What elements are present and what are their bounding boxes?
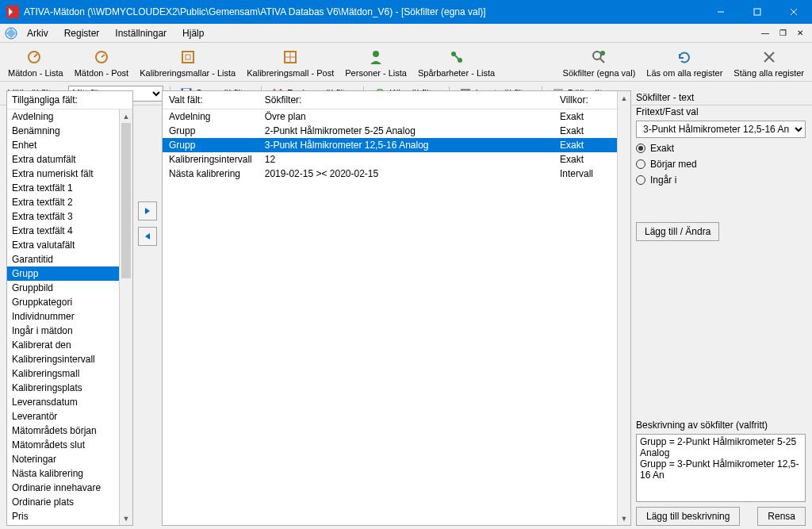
field-item[interactable]: Extra numeriskt fält [7, 167, 132, 181]
field-item[interactable]: Individnummer [7, 309, 132, 324]
field-item[interactable]: Ordinarie innehavare [7, 481, 132, 495]
center-scrollbar[interactable]: ▲ ▼ [617, 91, 630, 525]
scroll-up-icon[interactable]: ▲ [120, 109, 132, 123]
field-item[interactable]: Gruppkategori [7, 295, 132, 309]
toolbar-las-om[interactable]: Läs om alla register [643, 46, 726, 79]
scroll-down-icon[interactable]: ▼ [618, 512, 630, 525]
window-title: ATIVA-Mätdon (\\WDMYCLOUDEX2\Public\Geme… [24, 6, 703, 17]
field-item[interactable]: Kalibrerat den [7, 338, 132, 352]
field-item[interactable]: Mätområdets slut [7, 438, 132, 452]
menu-app-icon [5, 27, 17, 40]
add-field-button[interactable] [138, 201, 157, 220]
search-filter-icon [589, 48, 608, 67]
radio-ingar-i[interactable]: Ingår i [636, 174, 806, 186]
menu-installningar[interactable]: Inställningar [109, 26, 173, 40]
field-item[interactable]: Extra datumfält [7, 152, 132, 167]
available-fields-header: Tillgängliga fält: [7, 91, 132, 109]
filter-row[interactable]: AvdelningÖvre planExakt [163, 109, 617, 125]
field-item[interactable]: Extra textfält 1 [7, 181, 132, 195]
toolbar-stang-alla[interactable]: Stäng alla register [730, 46, 807, 79]
svg-line-6 [34, 54, 37, 57]
template-list-icon [178, 48, 197, 67]
filter-row[interactable]: Kalibreringsintervall12Exakt [163, 152, 617, 167]
field-item[interactable]: Ingår i mätdon [7, 324, 132, 338]
lagg-till-beskrivning-button[interactable]: Lägg till beskrivning [636, 507, 740, 526]
mdi-restore-icon[interactable]: ❐ [777, 28, 788, 39]
field-item[interactable]: Reparationsplats [7, 523, 132, 525]
field-item[interactable]: Leverantör [7, 409, 132, 424]
toolbar-kalibmallar-lista[interactable]: Kalibreringsmallar - Lista [136, 46, 239, 79]
menu-hjalp[interactable]: Hjälp [176, 26, 210, 40]
field-item[interactable]: Extra valutafält [7, 238, 132, 252]
col-valt-falt: Valt fält: [163, 91, 259, 109]
main-toolbar: Mätdon - Lista Mätdon - Post Kalibrering… [0, 43, 812, 82]
rensa-button[interactable]: Rensa [757, 507, 806, 526]
svg-rect-9 [182, 52, 193, 63]
left-scrollbar[interactable]: ▲ ▼ [119, 109, 132, 525]
fritext-label: Fritext/Fast val [636, 105, 806, 121]
field-item[interactable]: Noteringar [7, 452, 132, 466]
field-item[interactable]: Extra textfält 2 [7, 195, 132, 209]
mdi-close-icon[interactable]: ✕ [795, 28, 806, 39]
svg-point-20 [600, 51, 605, 56]
selected-filters-panel: Valt fält: Sökfilter: Villkor: Avdelning… [162, 90, 631, 526]
maximize-button[interactable] [739, 0, 776, 24]
beskrivning-label: Beskrivning av sökfilter (valfritt) [636, 418, 806, 434]
available-fields-panel: Tillgängliga fält: AvdelningBenämningEnh… [6, 90, 133, 526]
field-item[interactable]: Leveransdatum [7, 395, 132, 409]
menu-arkiv[interactable]: Arkiv [21, 26, 55, 40]
toolbar-sparbarheter-lista[interactable]: Spårbarheter - Lista [415, 46, 498, 79]
field-item[interactable]: Garantitid [7, 252, 132, 266]
minimize-button[interactable] [703, 0, 739, 24]
field-item[interactable]: Extra textfält 4 [7, 224, 132, 238]
radio-icon [636, 159, 645, 169]
field-item[interactable]: Grupp [7, 266, 132, 281]
fritext-combo[interactable]: 3-Punkt Hålmikrometer 12,5-16 Analog [636, 121, 806, 138]
field-item[interactable]: Benämning [7, 124, 132, 138]
col-sokfilter: Sökfilter: [259, 91, 553, 109]
remove-field-button[interactable] [138, 227, 157, 246]
window-titlebar: ATIVA-Mätdon (\\WDMYCLOUDEX2\Public\Geme… [0, 0, 812, 24]
mdi-minimize-icon[interactable]: — [760, 28, 771, 39]
svg-rect-10 [186, 55, 190, 59]
toolbar-kalibmall-post[interactable]: Kalibreringsmall - Post [243, 46, 337, 79]
filter-row[interactable]: Grupp3-Punkt Hålmikrometer 12,5-16 Analo… [163, 138, 617, 152]
field-item[interactable]: Kalibreringsintervall [7, 352, 132, 366]
field-item[interactable]: Pris [7, 509, 132, 523]
selected-filters-table[interactable]: Valt fält: Sökfilter: Villkor: Avdelning… [163, 91, 617, 181]
toolbar-matdon-post[interactable]: Mätdon - Post [71, 46, 132, 79]
field-item[interactable]: Kalibreringsmall [7, 366, 132, 381]
radio-borjar-med[interactable]: Börjar med [636, 159, 806, 170]
menu-register[interactable]: Register [58, 26, 106, 40]
field-item[interactable]: Mätområdets början [7, 424, 132, 438]
template-post-icon [281, 48, 300, 67]
filter-row[interactable]: Grupp2-Punkt Hålmikrometer 5-25 AnalogEx… [163, 124, 617, 138]
scroll-down-icon[interactable]: ▼ [120, 512, 132, 525]
field-item[interactable]: Gruppbild [7, 281, 132, 295]
refresh-icon [675, 48, 694, 67]
trace-icon [447, 48, 466, 67]
gauge-list-icon [26, 48, 45, 67]
filter-row[interactable]: Nästa kalibrering2019-02-15 >< 2020-02-1… [163, 167, 617, 181]
lagg-till-andra-button[interactable]: Lägg till / Ändra [636, 222, 719, 241]
field-item[interactable]: Avdelning [7, 109, 132, 124]
field-item[interactable]: Nästa kalibrering [7, 466, 132, 481]
toolbar-sokfilter-egna[interactable]: Sökfilter (egna val) [560, 46, 639, 79]
scroll-up-icon[interactable]: ▲ [618, 91, 630, 105]
field-item[interactable]: Ordinarie plats [7, 495, 132, 509]
radio-icon [636, 175, 645, 185]
available-fields-list[interactable]: AvdelningBenämningEnhetExtra datumfältEx… [7, 109, 132, 525]
radio-icon [636, 144, 645, 153]
close-button[interactable] [776, 0, 812, 24]
sokfilter-text-title: Sökfilter - text [636, 90, 806, 105]
toolbar-personer-lista[interactable]: Personer - Lista [342, 46, 410, 79]
svg-point-14 [373, 51, 379, 57]
menubar: Arkiv Register Inställningar Hjälp — ❐ ✕ [0, 24, 812, 43]
toolbar-matdon-lista[interactable]: Mätdon - Lista [5, 46, 67, 79]
radio-exakt[interactable]: Exakt [636, 143, 806, 154]
field-item[interactable]: Kalibreringsplats [7, 381, 132, 395]
field-item[interactable]: Extra textfält 3 [7, 209, 132, 224]
beskrivning-textarea[interactable] [636, 434, 806, 502]
field-item[interactable]: Enhet [7, 138, 132, 152]
scroll-thumb[interactable] [121, 123, 131, 278]
